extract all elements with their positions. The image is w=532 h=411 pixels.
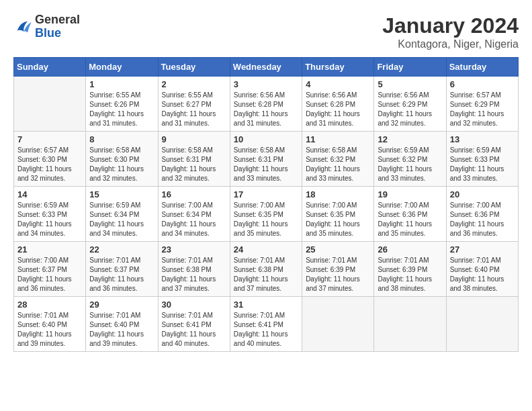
calendar-cell: 1Sunrise: 6:55 AMSunset: 6:26 PMDaylight… (86, 77, 158, 132)
day-number: 22 (89, 244, 154, 255)
calendar-week-3: 21Sunrise: 7:00 AMSunset: 6:37 PMDayligh… (14, 242, 519, 297)
day-info: Sunrise: 6:56 AMSunset: 6:28 PMDaylight:… (306, 91, 370, 128)
day-info: Sunrise: 7:01 AMSunset: 6:41 PMDaylight:… (162, 311, 226, 349)
day-number: 9 (162, 134, 226, 144)
day-number: 29 (89, 300, 154, 310)
day-info: Sunrise: 7:01 AMSunset: 6:39 PMDaylight:… (378, 256, 442, 293)
page-title: January 2024 (382, 13, 519, 38)
day-info: Sunrise: 7:01 AMSunset: 6:37 PMDaylight:… (89, 256, 154, 293)
logo: General Blue (13, 13, 80, 40)
calendar-cell: 8Sunrise: 6:58 AMSunset: 6:30 PMDaylight… (86, 132, 158, 187)
calendar-cell: 7Sunrise: 6:57 AMSunset: 6:30 PMDaylight… (14, 132, 86, 187)
day-number: 30 (162, 300, 226, 310)
calendar-cell: 18Sunrise: 7:00 AMSunset: 6:35 PMDayligh… (302, 187, 374, 242)
day-number: 15 (89, 189, 154, 199)
day-info: Sunrise: 7:01 AMSunset: 6:39 PMDaylight:… (306, 256, 370, 293)
day-number: 27 (450, 244, 515, 255)
calendar-cell: 26Sunrise: 7:01 AMSunset: 6:39 PMDayligh… (374, 242, 446, 297)
day-info: Sunrise: 6:55 AMSunset: 6:27 PMDaylight:… (162, 91, 226, 128)
day-number: 13 (450, 134, 515, 144)
day-info: Sunrise: 6:59 AMSunset: 6:34 PMDaylight:… (89, 201, 154, 238)
calendar-cell (302, 297, 374, 352)
day-number: 7 (17, 134, 82, 144)
calendar-cell: 20Sunrise: 7:00 AMSunset: 6:36 PMDayligh… (446, 187, 518, 242)
day-number: 16 (162, 189, 226, 199)
day-number: 21 (17, 244, 82, 255)
calendar-cell: 31Sunrise: 7:01 AMSunset: 6:41 PMDayligh… (230, 297, 302, 352)
day-number: 3 (234, 79, 298, 89)
calendar-header-tuesday: Tuesday (158, 58, 230, 77)
day-number: 28 (17, 300, 82, 310)
day-info: Sunrise: 7:01 AMSunset: 6:38 PMDaylight:… (234, 256, 298, 293)
day-info: Sunrise: 6:58 AMSunset: 6:31 PMDaylight:… (162, 146, 226, 183)
calendar-cell: 21Sunrise: 7:00 AMSunset: 6:37 PMDayligh… (14, 242, 86, 297)
day-info: Sunrise: 6:56 AMSunset: 6:29 PMDaylight:… (378, 91, 442, 128)
calendar-cell: 9Sunrise: 6:58 AMSunset: 6:31 PMDaylight… (158, 132, 230, 187)
day-info: Sunrise: 6:55 AMSunset: 6:26 PMDaylight:… (89, 91, 154, 128)
logo-icon (13, 17, 32, 36)
day-number: 19 (378, 189, 442, 199)
calendar-cell: 3Sunrise: 6:56 AMSunset: 6:28 PMDaylight… (230, 77, 302, 132)
day-number: 5 (378, 79, 442, 89)
day-number: 6 (450, 79, 515, 89)
day-number: 20 (450, 189, 515, 199)
day-number: 12 (378, 134, 442, 144)
day-number: 2 (162, 79, 226, 89)
calendar-cell (374, 297, 446, 352)
calendar-week-0: 1Sunrise: 6:55 AMSunset: 6:26 PMDaylight… (14, 77, 519, 132)
calendar-week-4: 28Sunrise: 7:01 AMSunset: 6:40 PMDayligh… (14, 297, 519, 352)
calendar-cell: 17Sunrise: 7:00 AMSunset: 6:35 PMDayligh… (230, 187, 302, 242)
day-info: Sunrise: 6:57 AMSunset: 6:29 PMDaylight:… (450, 91, 515, 128)
calendar-week-1: 7Sunrise: 6:57 AMSunset: 6:30 PMDaylight… (14, 132, 519, 187)
calendar-header-thursday: Thursday (302, 58, 374, 77)
calendar-cell: 12Sunrise: 6:59 AMSunset: 6:32 PMDayligh… (374, 132, 446, 187)
day-number: 24 (234, 244, 298, 255)
calendar-body: 1Sunrise: 6:55 AMSunset: 6:26 PMDaylight… (14, 77, 519, 352)
day-info: Sunrise: 6:58 AMSunset: 6:32 PMDaylight:… (306, 146, 370, 183)
day-info: Sunrise: 7:01 AMSunset: 6:38 PMDaylight:… (162, 256, 226, 293)
calendar-cell: 5Sunrise: 6:56 AMSunset: 6:29 PMDaylight… (374, 77, 446, 132)
day-number: 17 (234, 189, 298, 199)
calendar-cell: 16Sunrise: 7:00 AMSunset: 6:34 PMDayligh… (158, 187, 230, 242)
day-number: 10 (234, 134, 298, 144)
calendar-cell (446, 297, 518, 352)
calendar-cell: 30Sunrise: 7:01 AMSunset: 6:41 PMDayligh… (158, 297, 230, 352)
day-info: Sunrise: 7:01 AMSunset: 6:40 PMDaylight:… (17, 311, 82, 349)
day-info: Sunrise: 7:01 AMSunset: 6:41 PMDaylight:… (234, 311, 298, 349)
calendar-cell: 19Sunrise: 7:00 AMSunset: 6:36 PMDayligh… (374, 187, 446, 242)
calendar-cell: 22Sunrise: 7:01 AMSunset: 6:37 PMDayligh… (86, 242, 158, 297)
day-info: Sunrise: 7:00 AMSunset: 6:36 PMDaylight:… (450, 201, 515, 238)
calendar-header-wednesday: Wednesday (230, 58, 302, 77)
day-number: 11 (306, 134, 370, 144)
day-number: 1 (89, 79, 154, 89)
day-info: Sunrise: 7:00 AMSunset: 6:34 PMDaylight:… (162, 201, 226, 238)
calendar-header-saturday: Saturday (446, 58, 518, 77)
calendar-header-sunday: Sunday (14, 58, 86, 77)
day-number: 31 (234, 300, 298, 310)
calendar-header-monday: Monday (86, 58, 158, 77)
day-info: Sunrise: 6:59 AMSunset: 6:33 PMDaylight:… (450, 146, 515, 183)
day-info: Sunrise: 6:58 AMSunset: 6:30 PMDaylight:… (89, 146, 154, 183)
day-number: 4 (306, 79, 370, 89)
calendar-cell: 10Sunrise: 6:58 AMSunset: 6:31 PMDayligh… (230, 132, 302, 187)
day-info: Sunrise: 7:00 AMSunset: 6:35 PMDaylight:… (234, 201, 298, 238)
calendar-cell: 29Sunrise: 7:01 AMSunset: 6:40 PMDayligh… (86, 297, 158, 352)
day-info: Sunrise: 7:01 AMSunset: 6:40 PMDaylight:… (450, 256, 515, 293)
calendar-cell: 4Sunrise: 6:56 AMSunset: 6:28 PMDaylight… (302, 77, 374, 132)
day-info: Sunrise: 6:57 AMSunset: 6:30 PMDaylight:… (17, 146, 82, 183)
page-subtitle: Kontagora, Niger, Nigeria (382, 38, 519, 50)
day-number: 26 (378, 244, 442, 255)
logo-general: General (35, 13, 80, 27)
calendar-cell: 11Sunrise: 6:58 AMSunset: 6:32 PMDayligh… (302, 132, 374, 187)
calendar-cell: 13Sunrise: 6:59 AMSunset: 6:33 PMDayligh… (446, 132, 518, 187)
calendar-table: SundayMondayTuesdayWednesdayThursdayFrid… (13, 57, 519, 352)
calendar-cell: 15Sunrise: 6:59 AMSunset: 6:34 PMDayligh… (86, 187, 158, 242)
day-info: Sunrise: 6:59 AMSunset: 6:33 PMDaylight:… (17, 201, 82, 238)
calendar-cell: 23Sunrise: 7:01 AMSunset: 6:38 PMDayligh… (158, 242, 230, 297)
day-number: 18 (306, 189, 370, 199)
day-info: Sunrise: 6:58 AMSunset: 6:31 PMDaylight:… (234, 146, 298, 183)
day-number: 25 (306, 244, 370, 255)
day-number: 8 (89, 134, 154, 144)
day-number: 23 (162, 244, 226, 255)
calendar-cell: 24Sunrise: 7:01 AMSunset: 6:38 PMDayligh… (230, 242, 302, 297)
